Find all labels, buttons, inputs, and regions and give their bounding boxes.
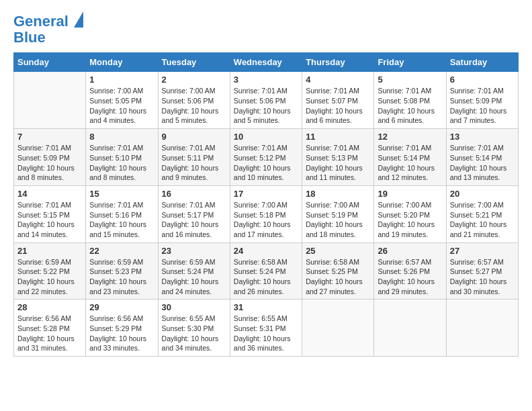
calendar-cell <box>446 300 518 357</box>
day-number: 21 <box>17 246 82 256</box>
day-number: 2 <box>162 75 226 85</box>
day-number: 20 <box>450 189 515 199</box>
day-info: Sunrise: 7:01 AMSunset: 5:10 PMDaylight:… <box>89 143 154 183</box>
day-info: Sunrise: 7:00 AMSunset: 5:19 PMDaylight:… <box>306 200 370 240</box>
logo-line2: Blue <box>13 30 83 46</box>
calendar-table: SundayMondayTuesdayWednesdayThursdayFrid… <box>13 52 519 357</box>
day-number: 4 <box>306 75 370 85</box>
day-info: Sunrise: 6:58 AMSunset: 5:25 PMDaylight:… <box>306 257 370 297</box>
day-number: 12 <box>378 132 442 142</box>
day-info: Sunrise: 7:00 AMSunset: 5:21 PMDaylight:… <box>450 200 515 240</box>
day-number: 10 <box>234 132 298 142</box>
calendar-cell: 22Sunrise: 6:59 AMSunset: 5:23 PMDayligh… <box>86 242 158 300</box>
day-info: Sunrise: 7:01 AMSunset: 5:15 PMDaylight:… <box>17 200 82 240</box>
day-number: 17 <box>234 189 298 199</box>
calendar-body: 1Sunrise: 7:00 AMSunset: 5:05 PMDaylight… <box>14 72 519 357</box>
day-info: Sunrise: 7:01 AMSunset: 5:14 PMDaylight:… <box>450 143 515 183</box>
logo-arrow-icon <box>74 11 83 28</box>
day-number: 13 <box>450 132 515 142</box>
calendar-cell: 14Sunrise: 7:01 AMSunset: 5:15 PMDayligh… <box>14 185 86 242</box>
day-info: Sunrise: 7:01 AMSunset: 5:16 PMDaylight:… <box>89 200 154 240</box>
calendar-cell: 7Sunrise: 7:01 AMSunset: 5:09 PMDaylight… <box>14 129 86 186</box>
day-info: Sunrise: 6:59 AMSunset: 5:24 PMDaylight:… <box>162 257 226 297</box>
day-number: 29 <box>89 302 154 312</box>
calendar-cell: 5Sunrise: 7:01 AMSunset: 5:08 PMDaylight… <box>374 72 446 129</box>
calendar-cell: 15Sunrise: 7:01 AMSunset: 5:16 PMDayligh… <box>86 185 158 242</box>
day-number: 9 <box>162 132 226 142</box>
day-number: 23 <box>162 246 226 256</box>
day-number: 16 <box>162 189 226 199</box>
logo: General Blue <box>13 13 83 46</box>
day-info: Sunrise: 7:01 AMSunset: 5:09 PMDaylight:… <box>17 143 82 183</box>
day-number: 1 <box>89 75 154 85</box>
logo-line1: General <box>13 13 69 30</box>
calendar-cell: 16Sunrise: 7:01 AMSunset: 5:17 PMDayligh… <box>158 185 230 242</box>
day-number: 28 <box>17 302 82 312</box>
calendar-cell: 25Sunrise: 6:58 AMSunset: 5:25 PMDayligh… <box>302 242 374 300</box>
week-row-5: 28Sunrise: 6:56 AMSunset: 5:28 PMDayligh… <box>14 300 519 357</box>
calendar-cell: 2Sunrise: 7:00 AMSunset: 5:06 PMDaylight… <box>158 72 230 129</box>
calendar-cell: 13Sunrise: 7:01 AMSunset: 5:14 PMDayligh… <box>446 129 518 186</box>
day-number: 6 <box>450 75 515 85</box>
day-number: 3 <box>234 75 298 85</box>
calendar-cell: 11Sunrise: 7:01 AMSunset: 5:13 PMDayligh… <box>302 129 374 186</box>
calendar-cell: 10Sunrise: 7:01 AMSunset: 5:12 PMDayligh… <box>230 129 302 186</box>
weekday-header-saturday: Saturday <box>446 53 518 72</box>
day-info: Sunrise: 6:57 AMSunset: 5:27 PMDaylight:… <box>450 257 515 297</box>
calendar-cell: 18Sunrise: 7:00 AMSunset: 5:19 PMDayligh… <box>302 185 374 242</box>
day-info: Sunrise: 7:01 AMSunset: 5:08 PMDaylight:… <box>378 86 442 126</box>
day-info: Sunrise: 7:01 AMSunset: 5:07 PMDaylight:… <box>306 86 370 126</box>
day-number: 14 <box>17 189 82 199</box>
day-info: Sunrise: 7:01 AMSunset: 5:14 PMDaylight:… <box>378 143 442 183</box>
calendar-cell: 23Sunrise: 6:59 AMSunset: 5:24 PMDayligh… <box>158 242 230 300</box>
day-number: 30 <box>162 302 226 312</box>
week-row-1: 1Sunrise: 7:00 AMSunset: 5:05 PMDaylight… <box>14 72 519 129</box>
day-number: 19 <box>378 189 442 199</box>
day-info: Sunrise: 7:01 AMSunset: 5:12 PMDaylight:… <box>234 143 298 183</box>
day-info: Sunrise: 7:01 AMSunset: 5:13 PMDaylight:… <box>306 143 370 183</box>
day-info: Sunrise: 6:56 AMSunset: 5:29 PMDaylight:… <box>89 314 154 353</box>
weekday-header-friday: Friday <box>374 53 446 72</box>
day-number: 26 <box>378 246 442 256</box>
calendar-cell: 31Sunrise: 6:55 AMSunset: 5:31 PMDayligh… <box>230 300 302 357</box>
day-info: Sunrise: 6:57 AMSunset: 5:26 PMDaylight:… <box>378 257 442 297</box>
weekday-header-monday: Monday <box>86 53 158 72</box>
day-number: 25 <box>306 246 370 256</box>
day-info: Sunrise: 6:56 AMSunset: 5:28 PMDaylight:… <box>17 314 82 353</box>
calendar-cell: 19Sunrise: 7:00 AMSunset: 5:20 PMDayligh… <box>374 185 446 242</box>
calendar-cell: 26Sunrise: 6:57 AMSunset: 5:26 PMDayligh… <box>374 242 446 300</box>
calendar-cell: 9Sunrise: 7:01 AMSunset: 5:11 PMDaylight… <box>158 129 230 186</box>
day-number: 11 <box>306 132 370 142</box>
calendar-cell: 27Sunrise: 6:57 AMSunset: 5:27 PMDayligh… <box>446 242 518 300</box>
weekday-header-row: SundayMondayTuesdayWednesdayThursdayFrid… <box>14 53 519 72</box>
weekday-header-sunday: Sunday <box>14 53 86 72</box>
day-number: 8 <box>89 132 154 142</box>
week-row-2: 7Sunrise: 7:01 AMSunset: 5:09 PMDaylight… <box>14 129 519 186</box>
calendar-cell: 12Sunrise: 7:01 AMSunset: 5:14 PMDayligh… <box>374 129 446 186</box>
calendar-cell: 21Sunrise: 6:59 AMSunset: 5:22 PMDayligh… <box>14 242 86 300</box>
day-info: Sunrise: 7:01 AMSunset: 5:06 PMDaylight:… <box>234 86 298 126</box>
day-info: Sunrise: 6:55 AMSunset: 5:30 PMDaylight:… <box>162 314 226 353</box>
day-info: Sunrise: 7:01 AMSunset: 5:11 PMDaylight:… <box>162 143 226 183</box>
weekday-header-tuesday: Tuesday <box>158 53 230 72</box>
day-number: 18 <box>306 189 370 199</box>
weekday-header-wednesday: Wednesday <box>230 53 302 72</box>
day-number: 22 <box>89 246 154 256</box>
day-info: Sunrise: 7:00 AMSunset: 5:06 PMDaylight:… <box>162 86 226 126</box>
calendar-cell <box>302 300 374 357</box>
calendar-cell: 3Sunrise: 7:01 AMSunset: 5:06 PMDaylight… <box>230 72 302 129</box>
day-number: 15 <box>89 189 154 199</box>
calendar-cell: 17Sunrise: 7:00 AMSunset: 5:18 PMDayligh… <box>230 185 302 242</box>
calendar-cell <box>374 300 446 357</box>
day-number: 7 <box>17 132 82 142</box>
day-number: 27 <box>450 246 515 256</box>
week-row-3: 14Sunrise: 7:01 AMSunset: 5:15 PMDayligh… <box>14 185 519 242</box>
day-info: Sunrise: 7:01 AMSunset: 5:17 PMDaylight:… <box>162 200 226 240</box>
calendar-cell: 8Sunrise: 7:01 AMSunset: 5:10 PMDaylight… <box>86 129 158 186</box>
calendar-cell: 6Sunrise: 7:01 AMSunset: 5:09 PMDaylight… <box>446 72 518 129</box>
week-row-4: 21Sunrise: 6:59 AMSunset: 5:22 PMDayligh… <box>14 242 519 300</box>
calendar-cell: 4Sunrise: 7:01 AMSunset: 5:07 PMDaylight… <box>302 72 374 129</box>
calendar-cell: 1Sunrise: 7:00 AMSunset: 5:05 PMDaylight… <box>86 72 158 129</box>
day-info: Sunrise: 6:58 AMSunset: 5:24 PMDaylight:… <box>234 257 298 297</box>
calendar-cell: 30Sunrise: 6:55 AMSunset: 5:30 PMDayligh… <box>158 300 230 357</box>
